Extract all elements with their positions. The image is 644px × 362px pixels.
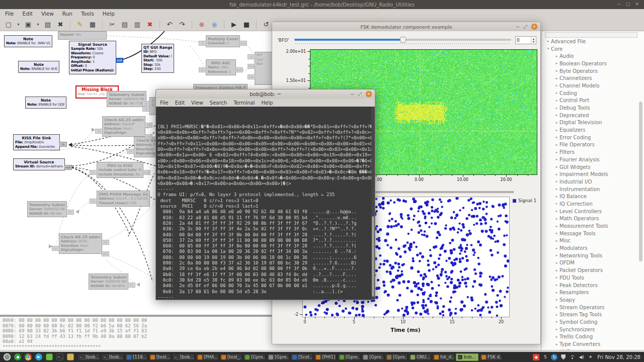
grc-menu-view[interactable]: View — [41, 11, 54, 17]
taskbar-window-button[interactable]: [Gpre... — [338, 353, 360, 361]
terminal-menu-edit[interactable]: Edit — [175, 100, 185, 106]
sidebar-item-instrumentation[interactable]: ▸Instrumentation — [541, 186, 639, 193]
sidebar-item-gui-widgets[interactable]: ▸GUI Widgets — [541, 163, 639, 171]
sidebar-item-message-tools[interactable]: ▸Message Tools — [541, 230, 639, 237]
sidebar-item-iq-balance[interactable]: ▸IQ Balance — [541, 193, 639, 200]
sidebar-item-filters[interactable]: ▸Filters — [541, 148, 639, 156]
open-dropdown-icon[interactable]: ▾ — [36, 20, 40, 29]
sidebar-item-impairment-models[interactable]: ▸Impairment Models — [541, 170, 639, 178]
terminal-menu-search[interactable]: Search — [210, 100, 227, 106]
port-freq[interactable]: freq — [248, 64, 255, 69]
bfo-value-input[interactable] — [516, 37, 531, 44]
port-in[interactable]: in — [90, 199, 97, 204]
sidebar-item-equalizers[interactable]: ▸Equalizers — [541, 126, 639, 134]
taskbar-window-button[interactable]: GNU... — [409, 353, 431, 361]
terminal-scrollbar[interactable] — [371, 107, 375, 300]
sidebar-item-symbol-coding[interactable]: ▸Symbol Coding — [541, 318, 639, 326]
grc-menu-run[interactable]: Run — [62, 11, 72, 17]
port-out[interactable]: out — [239, 41, 247, 46]
block-virtual-source[interactable]: Virtual SourceStream ID: demod+deframed — [13, 158, 65, 170]
telegram-icon[interactable]: ▶ — [35, 353, 42, 360]
grc-titlebar[interactable]: fsk_demodulator-k4kdr_test.grc - /home/b… — [0, 0, 644, 9]
grc-menu-edit[interactable]: Edit — [23, 11, 33, 17]
sidebar-item-type-converters[interactable]: ▸Type Converters — [541, 340, 639, 348]
undo-icon[interactable]: ↶ — [165, 20, 174, 29]
terminal-close-icon[interactable]: ✕ — [366, 91, 372, 97]
port-in[interactable]: in — [128, 283, 135, 288]
taskbar-window-button[interactable]: [test... — [148, 353, 171, 361]
block-note-audio[interactable]: NoteNote: ENABLE for AUDIO — [18, 61, 59, 73]
taskbar-window-button[interactable]: [Scot... — [290, 353, 313, 361]
sidebar-item-level-controllers[interactable]: ▸Level Controllers — [541, 208, 639, 215]
sidebar-item-networking-tools[interactable]: ▸Networking Tools — [541, 252, 639, 259]
port-out[interactable]: out — [235, 67, 243, 72]
sidebar-item-stream-tag-tools[interactable]: ▸Stream Tag Tools — [541, 311, 639, 318]
sidebar-item-modulators[interactable]: ▸Modulators — [541, 244, 639, 252]
port-out[interactable]: out — [64, 165, 72, 170]
grc-maximize-icon[interactable]: ▢ — [626, 2, 630, 7]
terminal-restore-icon[interactable]: ⤢ — [358, 92, 362, 97]
taskbar-window-button[interactable]: >_[bob... — [101, 353, 124, 361]
new-dropdown-icon[interactable]: ▾ — [17, 20, 20, 29]
sidebar-item-coding[interactable]: ▸Coding — [541, 89, 639, 97]
block-note-wav[interactable]: NoteNote: ENABLE for .WAV I/Q — [4, 35, 52, 47]
taskbar-window-button[interactable]: [test_... — [219, 353, 242, 361]
terminal-menu-view[interactable]: View — [191, 100, 203, 106]
block-rms-agc[interactable]: RMS AGCAlpha: 10mReference: 1 — [206, 59, 236, 75]
block-multiply-const[interactable]: Multiply ConstConstant: 5 — [206, 35, 240, 47]
library-scrollbar-thumb[interactable] — [639, 102, 642, 261]
port-in[interactable]: in — [142, 107, 150, 112]
block-qt-gui-range[interactable]: QT GUI RangeID: BFODefault Value: 0Start… — [141, 44, 174, 73]
taskbar-window-button[interactable]: [Gpre... — [267, 353, 289, 361]
block-note-gqrx[interactable]: NoteNote: ENABLE for GQRX — [25, 97, 66, 109]
taskbar-window-active[interactable]: >_bob... — [456, 353, 478, 361]
terminal-titlebar[interactable]: bob@bob: ~ − ⤢ ✕ — [156, 89, 375, 99]
fsk-minimize-icon[interactable]: − — [516, 24, 520, 29]
port-in[interactable]: in — [95, 129, 103, 134]
sidebar-item-iq-correction[interactable]: ▸IQ Correction — [541, 200, 639, 208]
block-check-ax25-address-3[interactable]: Check AX.25 addressAddress: DS35Directio… — [59, 233, 102, 254]
sidebar-item-peak-detectors[interactable]: ▸Peak Detectors — [541, 282, 639, 289]
fsk-titlebar[interactable]: FSK demodulator component example − ⤢ ✕ — [272, 22, 540, 31]
terminal-menu-terminal[interactable]: Terminal — [233, 100, 255, 106]
sidebar-item-error-coding[interactable]: ▸Error Coding — [541, 134, 639, 141]
port-in[interactable]: in — [199, 67, 206, 72]
sidebar-item-digital-television[interactable]: ▸Digital Television — [541, 119, 639, 127]
terminal-minimize-icon[interactable]: − — [350, 92, 354, 97]
port-fail[interactable]: fail — [102, 251, 109, 256]
block-repeat[interactable]: Repeat: Yes — [58, 31, 107, 40]
sidebar-item-channel-models[interactable]: ▸Channel Models — [541, 82, 639, 89]
cut-icon[interactable]: ✂ — [108, 20, 117, 29]
errors-icon[interactable]: ⊗ — [197, 20, 206, 29]
mint-menu-icon[interactable] — [4, 353, 11, 360]
sidebar-item-soapy[interactable]: ▸Soapy — [541, 296, 639, 304]
reload-icon[interactable]: ↺ — [262, 20, 271, 29]
port-out[interactable]: out — [116, 58, 123, 63]
block-telemetry-submit-2[interactable]: Telemetry SubmitServer: SatNOGS DBNORAD … — [27, 201, 67, 217]
stop-icon[interactable]: ■ — [242, 20, 251, 29]
port-in[interactable]: in — [199, 41, 206, 46]
port-in[interactable]: in — [127, 149, 134, 154]
sidebar-item-boolean-operators[interactable]: ▸Boolean Operators — [541, 60, 639, 67]
terminal-scrollbar-thumb[interactable] — [372, 216, 374, 297]
terminal-menu-help[interactable]: Help — [261, 100, 273, 106]
block-telemetry-submit-3[interactable]: Telemetry SubmitServer: SatNOGS DBNORAD … — [89, 274, 128, 290]
taskbar-window-button[interactable]: [Gpre... — [243, 353, 266, 361]
taskbar-window-button[interactable]: fsk_d... — [432, 353, 455, 361]
sidebar-item-advanced-file[interactable]: ▸Advanced File — [541, 38, 639, 45]
grc-menu-tools[interactable]: Tools — [81, 11, 94, 17]
bfo-slider[interactable] — [294, 36, 511, 44]
new-flowgraph-icon[interactable]: ▢ — [4, 20, 13, 29]
sidebar-item-byte-operators[interactable]: ▸Byte Operators — [541, 67, 639, 75]
block-telemetry-submit-1[interactable]: Telemetry SubmitServer: SatNOGS DBNORAD … — [107, 91, 146, 107]
port-in[interactable]: in — [66, 210, 74, 215]
find-icon[interactable]: ◉ — [210, 20, 219, 29]
sidebar-item-synchronizers[interactable]: ▸Synchronizers — [541, 326, 639, 333]
port-ok[interactable]: ok — [145, 123, 152, 128]
port-in[interactable]: in — [59, 142, 67, 147]
chrome-icon[interactable] — [25, 353, 32, 360]
files-icon[interactable] — [67, 353, 74, 360]
block-pdu-to-kiss[interactable]: PDU to KISSInclude control byte: YesIncl… — [97, 162, 143, 178]
sidebar-item-channelizers[interactable]: ▸Channelizers — [541, 74, 639, 82]
taskbar-window-button[interactable]: [Gpre... — [385, 353, 408, 361]
